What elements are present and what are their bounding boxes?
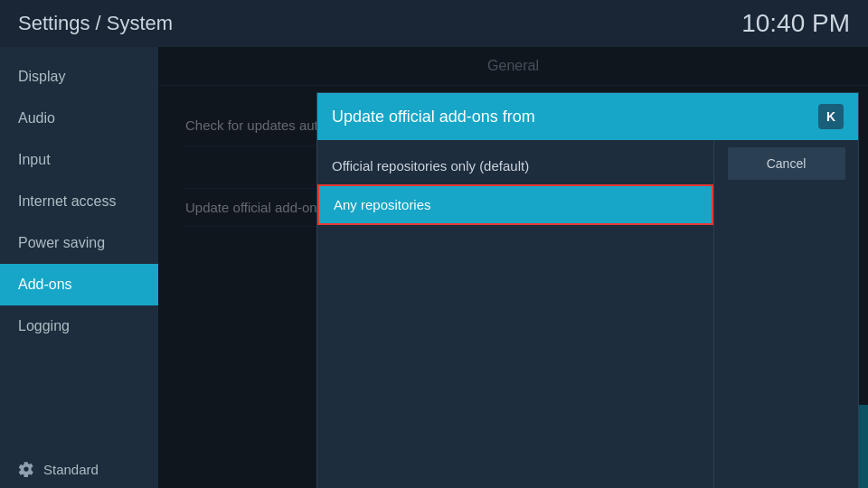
page-title: Settings / System [18,12,173,35]
main-content-area: General Check for updates automatically … [158,47,868,488]
sidebar-item-power-saving[interactable]: Power saving [0,222,158,264]
dialog-sidebar: Cancel [713,140,858,488]
dialog-list: Official repositories only (default) Any… [317,140,713,488]
main-layout: Display Audio Input Internet access Powe… [0,47,868,488]
app-header: Settings / System 10:40 PM [0,0,868,47]
sidebar-item-audio[interactable]: Audio [0,98,158,139]
update-dialog: Update official add-ons from K Official … [316,92,859,488]
sidebar-item-logging[interactable]: Logging [0,305,158,347]
dialog-item-official[interactable]: Official repositories only (default) [317,147,713,184]
sidebar-footer-label: Standard [43,462,99,477]
dialog-header: Update official add-ons from K [317,93,858,140]
dialog-title: Update official add-ons from [332,108,535,127]
sidebar-item-input[interactable]: Input [0,139,158,181]
sidebar: Display Audio Input Internet access Powe… [0,47,158,488]
cancel-button[interactable]: Cancel [728,147,845,180]
sidebar-item-add-ons[interactable]: Add-ons [0,264,158,305]
sidebar-item-display[interactable]: Display [0,56,158,98]
sidebar-footer: Standard [0,450,158,488]
gear-icon [18,461,34,477]
sidebar-item-internet-access[interactable]: Internet access [0,181,158,222]
kodi-icon: K [818,104,844,129]
clock: 10:40 PM [741,9,850,38]
dialog-body: Official repositories only (default) Any… [317,140,858,488]
dialog-item-any[interactable]: Any repositories [317,184,713,225]
